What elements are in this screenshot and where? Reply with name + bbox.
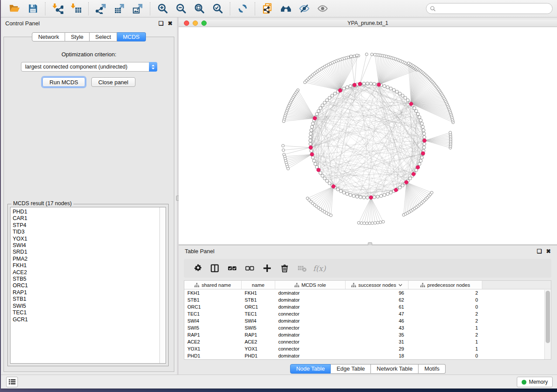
- tab-node-table[interactable]: Node Table: [290, 364, 331, 374]
- clone-network-icon[interactable]: [258, 2, 277, 16]
- tab-select[interactable]: Select: [90, 32, 117, 41]
- search-binoculars-icon[interactable]: [277, 2, 295, 16]
- column-header-shared-name[interactable]: shared name: [184, 281, 242, 289]
- table-row[interactable]: ACE2ACE2connector311: [184, 338, 551, 345]
- mcds-result-item[interactable]: ACE2: [13, 269, 166, 276]
- mcds-result-item[interactable]: GCR1: [13, 316, 166, 323]
- close-panel-button[interactable]: Close panel: [91, 77, 135, 87]
- mcds-result-item[interactable]: PHD1: [13, 209, 166, 215]
- cell-successor-nodes: 62: [346, 296, 408, 303]
- mcds-result-list[interactable]: PHD1CAR1STP4TID3YOX1SWI4SRD1PMA2FKH1ACE2…: [10, 207, 166, 364]
- zoom-in-icon[interactable]: [153, 2, 172, 16]
- deselect-all-icon[interactable]: [241, 261, 258, 276]
- mcds-result-item[interactable]: STP4: [13, 222, 166, 229]
- table-row[interactable]: STB1STB1dominator620: [184, 296, 551, 303]
- close-table-panel-icon[interactable]: ✖: [546, 248, 551, 254]
- task-history-button[interactable]: [6, 377, 18, 387]
- table-row[interactable]: PHD1PHD1dominator180: [184, 352, 551, 359]
- network-graph[interactable]: [179, 27, 557, 244]
- zoom-fit-icon[interactable]: [190, 2, 208, 16]
- mcds-result-item[interactable]: CAR1: [13, 215, 166, 222]
- mcds-result-item[interactable]: RAP1: [13, 289, 166, 296]
- import-network-icon[interactable]: [48, 2, 67, 16]
- close-panel-icon[interactable]: ✖: [168, 20, 173, 27]
- show-eye-icon[interactable]: [313, 2, 332, 16]
- minimize-traffic-light[interactable]: [193, 21, 198, 26]
- zoom-out-icon[interactable]: [172, 2, 190, 16]
- toolbar-separator: [150, 2, 150, 15]
- select-all-icon[interactable]: [223, 261, 241, 276]
- zoom-selected-icon[interactable]: [208, 2, 227, 16]
- mcds-result-item[interactable]: STB1: [13, 296, 166, 303]
- cell-name: STB1: [242, 296, 275, 303]
- header-filler: [482, 281, 551, 289]
- search-box[interactable]: [426, 3, 553, 14]
- save-icon[interactable]: [24, 2, 42, 16]
- float-panel-icon[interactable]: ❏: [158, 20, 163, 27]
- dropdown-stepper-icon: [149, 62, 157, 72]
- table-scrollbar-thumb[interactable]: [546, 291, 550, 343]
- table-row[interactable]: ORC1ORC1dominator610: [184, 303, 551, 310]
- column-header-name[interactable]: name: [242, 281, 275, 289]
- show-columns-icon[interactable]: [206, 261, 223, 276]
- cell-MCDS-role: connector: [275, 345, 346, 352]
- function-builder-label: f(x): [313, 264, 325, 273]
- cell-shared-name: FKH1: [184, 289, 242, 296]
- search-input[interactable]: [436, 6, 552, 12]
- mcds-result-item[interactable]: TID3: [13, 229, 166, 235]
- add-row-icon[interactable]: [258, 261, 276, 276]
- network-view-title: YPA_prune.txt_1: [179, 20, 557, 26]
- tab-mcds[interactable]: MCDS: [117, 32, 145, 41]
- delete-row-icon[interactable]: [276, 261, 293, 276]
- mcds-result-item[interactable]: SRD1: [13, 249, 166, 255]
- table-row[interactable]: SWI4SWI4dominator462: [184, 317, 551, 324]
- column-header-successor-nodes[interactable]: successor nodes: [346, 281, 408, 289]
- table-row[interactable]: TEC1TEC1connector472: [184, 310, 551, 317]
- mcds-result-item[interactable]: ORC1: [13, 282, 166, 289]
- refresh-icon[interactable]: [233, 2, 252, 16]
- cell-predecessor-nodes: 0: [408, 303, 482, 310]
- memory-button[interactable]: Memory: [517, 377, 553, 387]
- table-panel-titlebar: Table Panel ❏ ✖: [179, 245, 557, 257]
- table-panel: Table Panel ❏ ✖ f(x) shared namenameMCDS…: [179, 245, 557, 375]
- cell-shared-name: ACE2: [184, 338, 242, 345]
- close-traffic-light[interactable]: [184, 21, 189, 26]
- tab-motifs[interactable]: Motifs: [419, 364, 446, 374]
- cell-successor-nodes: 18: [346, 352, 408, 359]
- maximize-traffic-light[interactable]: [201, 21, 207, 26]
- cell-predecessor-nodes: 1: [408, 338, 482, 345]
- open-folder-icon[interactable]: [5, 2, 24, 16]
- mcds-result-item[interactable]: FKH1: [13, 262, 166, 269]
- table-row[interactable]: YOX1YOX1connector291: [184, 345, 551, 352]
- optimization-criterion-dropdown[interactable]: largest connected component (undirected): [21, 62, 157, 72]
- tab-network-table[interactable]: Network Table: [371, 364, 419, 374]
- import-table-icon[interactable]: [67, 2, 85, 16]
- column-header-predecessor-nodes[interactable]: predecessor nodes: [408, 281, 482, 289]
- table-row[interactable]: SWI5SWI5connector431: [184, 324, 551, 331]
- tab-style[interactable]: Style: [65, 32, 90, 41]
- export-network-icon[interactable]: [92, 2, 110, 16]
- mcds-result-item[interactable]: PMA2: [13, 256, 166, 262]
- export-image-icon[interactable]: [128, 2, 147, 16]
- hide-partial-eye-icon[interactable]: [295, 2, 313, 16]
- table-row[interactable]: RAP1RAP1dominator352: [184, 331, 551, 338]
- network-canvas[interactable]: [179, 27, 557, 244]
- table-row[interactable]: FKH1FKH1dominator962: [184, 289, 551, 296]
- tab-edge-table[interactable]: Edge Table: [331, 364, 371, 374]
- run-mcds-button[interactable]: Run MCDS: [42, 77, 85, 87]
- float-table-panel-icon[interactable]: ❏: [536, 248, 542, 254]
- mcds-result-title: MCDS result (17 nodes): [11, 200, 73, 206]
- mcds-result-item[interactable]: SWI5: [13, 303, 166, 309]
- column-header-MCDS-role[interactable]: MCDS role: [275, 281, 346, 289]
- mcds-result-item[interactable]: YOX1: [13, 236, 166, 242]
- mcds-result-item[interactable]: SWI4: [13, 242, 166, 249]
- table-scrollbar[interactable]: [544, 290, 551, 359]
- export-table-icon[interactable]: [110, 2, 128, 16]
- settings-gear-icon[interactable]: [188, 261, 206, 276]
- toolbar-separator: [88, 2, 89, 15]
- mcds-result-item[interactable]: TEC1: [13, 309, 166, 316]
- tab-network[interactable]: Network: [32, 32, 65, 41]
- cell-MCDS-role: dominator: [275, 303, 346, 310]
- mcds-result-item[interactable]: STB5: [13, 276, 166, 282]
- mcds-list-scrollbar[interactable]: [159, 207, 166, 363]
